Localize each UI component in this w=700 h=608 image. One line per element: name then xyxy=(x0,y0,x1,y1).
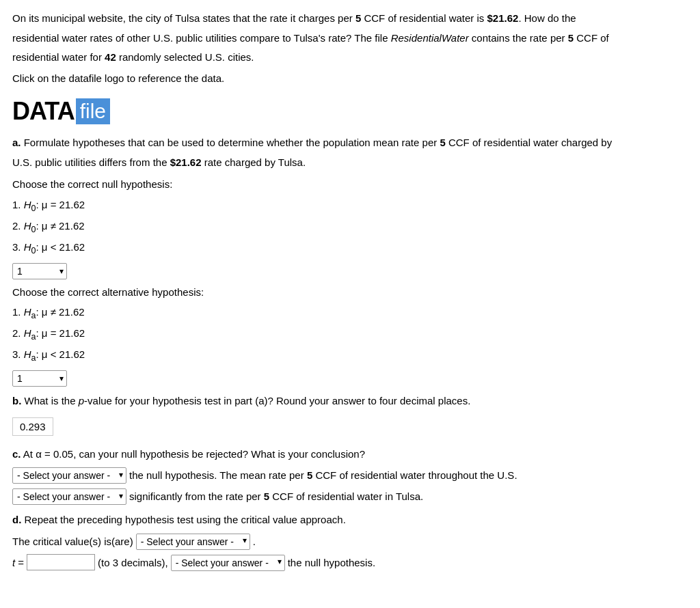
part-c-row-1: - Select your answer - Do not reject Rej… xyxy=(12,466,688,484)
click-datafile-text: Click on the datafile logo to reference … xyxy=(12,71,688,87)
alt-hyp-item-1: 1. Ha: μ ≠ 21.62 xyxy=(12,304,688,322)
null-hyp-item-1: 1. H0: μ = 21.62 xyxy=(12,197,688,215)
bold-5-ccf-1: 5 xyxy=(355,12,361,24)
c-select-1[interactable]: - Select your answer - Do not reject Rej… xyxy=(12,467,126,484)
alt-hyp-select-wrapper[interactable]: 1 2 3 xyxy=(12,370,67,387)
intro-line1: On its municipal website, the city of Tu… xyxy=(12,11,688,27)
null-hyp-label: Choose the correct null hypothesis: xyxy=(12,177,688,193)
null-hyp-select[interactable]: 1 2 3 xyxy=(12,263,67,279)
p-value-text: 0.293 xyxy=(20,421,46,432)
intro-line3: residential water for 42 randomly select… xyxy=(12,50,688,66)
part-b-label: b. xyxy=(12,395,21,406)
t-value-input[interactable] xyxy=(27,554,95,570)
alt-hyp-dropdown-row[interactable]: 1 2 3 xyxy=(12,370,688,387)
d-reject-select[interactable]: - Select your answer - reject do not rej… xyxy=(171,555,285,571)
p-italic: p xyxy=(79,395,84,406)
null-hyp-dropdown-row[interactable]: 1 2 3 xyxy=(12,263,688,279)
bold-5-ccf-2: 5 xyxy=(568,32,574,44)
d-reject-select-wrapper[interactable]: - Select your answer - reject do not rej… xyxy=(171,553,285,572)
decimals-text: (to 3 decimals), xyxy=(98,553,168,572)
bold-price: $21.62 xyxy=(487,12,519,24)
c-select-1-wrapper[interactable]: - Select your answer - Do not reject Rej… xyxy=(12,466,126,484)
null-hyp-item-3: 3. H0: μ < 21.62 xyxy=(12,239,688,258)
datafile-logo[interactable]: DATAfile xyxy=(12,97,110,126)
part-c-description: c. At α = 0.05, can your null hypothesis… xyxy=(12,447,688,462)
part-a-description-2: U.S. public utilities differs from the $… xyxy=(12,155,688,171)
part-a-section: a. Formulate hypotheses that can be used… xyxy=(12,135,688,387)
crit-value-text: The critical value(s) is(are) xyxy=(12,532,133,551)
part-b-section: b. What is the p-value for your hypothes… xyxy=(12,393,688,440)
file-name-italic: ResidentialWater xyxy=(391,32,469,44)
null-hyp-select-wrapper[interactable]: 1 2 3 xyxy=(12,263,67,279)
crit-period: . xyxy=(253,532,256,551)
part-c-row-2: - Select your answer - does not differ d… xyxy=(12,487,688,506)
d-crit-select-wrapper[interactable]: - Select your answer - ±1.684 ±2.020 1.6… xyxy=(136,532,250,551)
c-select-2[interactable]: - Select your answer - does not differ d… xyxy=(12,488,126,505)
data-logo-file-text: file xyxy=(76,98,110,124)
bold-42: 42 xyxy=(105,51,116,63)
part-d-t-row: t = (to 3 decimals), - Select your answe… xyxy=(12,553,688,572)
alt-hyp-label: Choose the correct alternative hypothesi… xyxy=(12,285,688,301)
t-label: t = xyxy=(12,553,24,572)
bold-2162-a: $21.62 xyxy=(170,156,202,168)
end-text: the null hypothesis. xyxy=(288,553,375,572)
alt-hyp-select[interactable]: 1 2 3 xyxy=(12,370,67,387)
null-hyp-item-2: 2. H0: μ ≠ 21.62 xyxy=(12,218,688,236)
part-c-label: c. xyxy=(12,448,21,460)
alt-hypothesis-list: 1. Ha: μ ≠ 21.62 2. Ha: μ = 21.62 3. Ha:… xyxy=(12,304,688,365)
part-b-description: b. What is the p-value for your hypothes… xyxy=(12,393,688,409)
intro-line2: residential water rates of other U.S. pu… xyxy=(12,31,688,46)
part-a-label: a. xyxy=(12,137,21,148)
c-select-2-wrapper[interactable]: - Select your answer - does not differ d… xyxy=(12,487,126,506)
d-crit-select[interactable]: - Select your answer - ±1.684 ±2.020 1.6… xyxy=(136,534,250,550)
alt-hyp-item-2: 2. Ha: μ = 21.62 xyxy=(12,325,688,344)
null-hypothesis-list: 1. H0: μ = 21.62 2. H0: μ ≠ 21.62 3. H0:… xyxy=(12,197,688,258)
part-d-description: d. Repeat the preceding hypothesis test … xyxy=(12,512,688,528)
alt-hyp-item-3: 3. Ha: μ < 21.62 xyxy=(12,346,688,365)
part-a-description: a. Formulate hypotheses that can be used… xyxy=(12,135,688,151)
data-logo-data-text: DATA xyxy=(12,97,75,126)
intro-section: On its municipal website, the city of Tu… xyxy=(12,11,688,86)
part-d-label: d. xyxy=(12,514,21,525)
part-c-section: c. At α = 0.05, can your null hypothesis… xyxy=(12,447,688,506)
part-d-section: d. Repeat the preceding hypothesis test … xyxy=(12,512,688,572)
bold-5-ccf-a: 5 xyxy=(440,137,445,148)
p-value-box: 0.293 xyxy=(12,417,53,436)
part-d-crit-row: The critical value(s) is(are) - Select y… xyxy=(12,532,688,551)
c-text-after-select2: significantly from the rate per 5 CCF of… xyxy=(129,487,423,506)
c-text-after-select1: the null hypothesis. The mean rate per 5… xyxy=(129,466,517,484)
